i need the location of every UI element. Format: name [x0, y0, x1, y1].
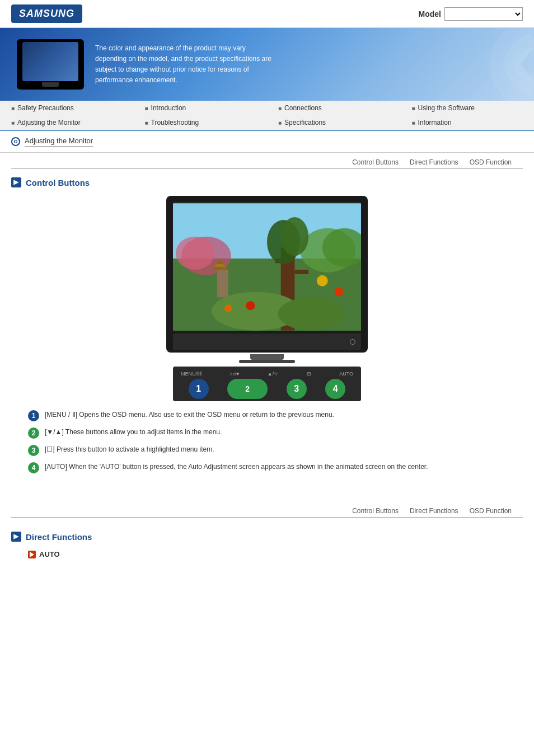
- auto-icon-arrow: [30, 552, 34, 557]
- instruction-num-3: 3: [28, 445, 39, 456]
- bright-label: ▲/☆: [268, 371, 278, 377]
- svg-point-21: [335, 288, 344, 297]
- svg-point-19: [224, 304, 232, 312]
- nav-item-software[interactable]: ■Using the Software: [401, 101, 535, 115]
- svg-point-20: [317, 275, 328, 287]
- svg-marker-0: [13, 180, 19, 185]
- section-header-direct: Direct Functions: [11, 532, 523, 542]
- menu-label: MENU/ⅡⅡ: [181, 371, 202, 377]
- svg-point-15: [281, 217, 308, 256]
- nav-item-adjusting[interactable]: ■Adjusting the Monitor: [0, 115, 134, 130]
- svg-point-18: [246, 301, 255, 310]
- nav-item-safety[interactable]: ■Safety Precautions: [0, 101, 134, 115]
- breadcrumb-text: Adjusting the Monitor: [25, 137, 93, 147]
- breadcrumb-bar: O Adjusting the Monitor: [0, 131, 534, 153]
- auto-label-panel: AUTO: [339, 371, 353, 377]
- direct-functions-section: Direct Functions AUTO: [0, 523, 534, 567]
- button-4[interactable]: 4: [325, 379, 345, 399]
- tab-osd-function-bottom[interactable]: OSD Function: [470, 507, 512, 515]
- instruction-text-1: [MENU / Ⅱ] Opens the OSD menu. Also use …: [45, 410, 334, 420]
- tab-direct-functions-top[interactable]: Direct Functions: [410, 158, 458, 166]
- hero-decorative-curves: [366, 28, 534, 101]
- auto-text: AUTO: [39, 550, 60, 558]
- monitor-base-stand: [250, 354, 284, 360]
- hero-banner: The color and appearance of the product …: [0, 28, 534, 101]
- svg-marker-22: [13, 534, 19, 539]
- section-icon-control: [11, 177, 21, 187]
- monitor-screen-display: [173, 203, 361, 331]
- instruction-text-3: [☐] Press this button to activate a high…: [45, 444, 214, 454]
- tab-nav-bottom: Control Buttons Direct Functions OSD Fun…: [11, 501, 523, 518]
- nav-item-connections[interactable]: ■Connections: [267, 101, 401, 115]
- monitor-display-container: MENU/ⅡⅡ ♪♪/♥ ▲/☆ ⊟ AUTO 1 2 3 4: [11, 196, 523, 401]
- instruction-2: 2 [▼/▲] These buttons allow you to adjus…: [28, 427, 506, 439]
- nav-item-troubleshooting[interactable]: ■Troubleshooting: [134, 115, 268, 130]
- auto-icon: [28, 551, 36, 558]
- instructions-list: 1 [MENU / Ⅱ] Opens the OSD menu. Also us…: [28, 410, 506, 473]
- instruction-text-4: [AUTO] When the 'AUTO' button is pressed…: [45, 462, 428, 472]
- monitor-bottom-bar: [173, 334, 361, 350]
- nav-menu: ■Safety Precautions ■Introduction ■Conne…: [0, 101, 534, 131]
- page-header: SAMSUNG Model: [0, 0, 534, 28]
- instruction-3: 3 [☐] Press this button to activate a hi…: [28, 444, 506, 456]
- model-area: Model: [419, 7, 523, 21]
- section-title-direct: Direct Functions: [26, 532, 92, 542]
- instruction-num-1: 1: [28, 410, 39, 421]
- tab-control-buttons-top[interactable]: Control Buttons: [352, 158, 399, 166]
- instruction-num-4: 4: [28, 462, 39, 473]
- svg-rect-7: [217, 270, 228, 297]
- model-select[interactable]: [444, 7, 523, 21]
- vol-label: ♪♪/♥: [229, 371, 239, 377]
- control-buttons-row: MENU/ⅡⅡ ♪♪/♥ ▲/☆ ⊟ AUTO: [181, 371, 353, 377]
- play-icon-direct: [13, 533, 20, 540]
- play-icon: [13, 179, 20, 186]
- button-2[interactable]: 2: [227, 379, 268, 399]
- button-1[interactable]: 1: [189, 379, 209, 399]
- instruction-text-2: [▼/▲] These buttons allow you to adjust …: [45, 427, 222, 437]
- enter-label: ⊟: [307, 371, 311, 377]
- tab-osd-function-top[interactable]: OSD Function: [470, 158, 512, 166]
- nav-item-introduction[interactable]: ■Introduction: [134, 101, 268, 115]
- monitor-base-foot: [239, 360, 295, 363]
- model-label: Model: [419, 10, 441, 18]
- tab-direct-functions-bottom[interactable]: Direct Functions: [410, 507, 458, 515]
- garden-scene-svg: [173, 203, 361, 331]
- section-icon-direct: [11, 532, 21, 542]
- control-panel: MENU/ⅡⅡ ♪♪/♥ ▲/☆ ⊟ AUTO 1 2 3 4: [173, 367, 361, 401]
- svg-point-17: [278, 297, 345, 330]
- svg-point-4: [176, 237, 214, 270]
- nav-item-specifications[interactable]: ■Specifications: [267, 115, 401, 130]
- tab-nav-top: Control Buttons Direct Functions OSD Fun…: [11, 153, 523, 169]
- section-title-control: Control Buttons: [26, 178, 90, 187]
- nav-item-information[interactable]: ■Information: [401, 115, 535, 130]
- hero-monitor-image: [17, 39, 84, 90]
- instruction-4: 4 [AUTO] When the 'AUTO' button is press…: [28, 462, 506, 473]
- breadcrumb-icon: O: [11, 137, 20, 146]
- monitor-frame: [166, 196, 368, 353]
- auto-label-section: AUTO: [28, 550, 523, 558]
- section-header-control: Control Buttons: [11, 177, 523, 187]
- button-3[interactable]: 3: [287, 379, 307, 399]
- svg-rect-13: [294, 270, 308, 274]
- instruction-1: 1 [MENU / Ⅱ] Opens the OSD menu. Also us…: [28, 410, 506, 421]
- samsung-logo: SAMSUNG: [11, 4, 82, 23]
- numbered-buttons: 1 2 3 4: [181, 379, 353, 399]
- hero-notice-text: The color and appearance of the product …: [95, 43, 274, 86]
- power-dot: [350, 339, 355, 345]
- tab-control-buttons-bottom[interactable]: Control Buttons: [352, 507, 399, 515]
- control-buttons-section: Control Buttons: [0, 169, 534, 490]
- instruction-num-2: 2: [28, 428, 39, 439]
